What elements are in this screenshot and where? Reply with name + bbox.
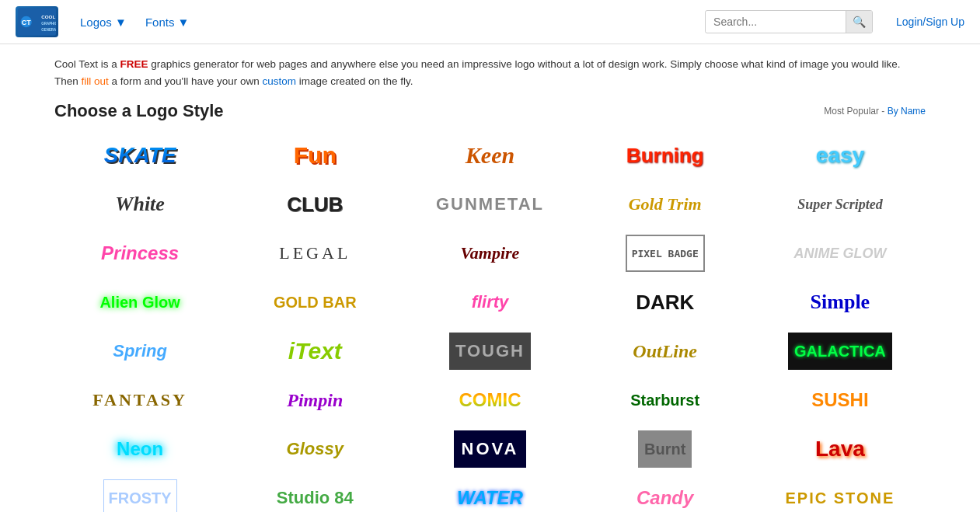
custom-text: custom xyxy=(263,75,297,87)
logo-area[interactable]: CT COOL TEXT GRAPHICS GENERATOR xyxy=(16,6,58,37)
free-text: FREE xyxy=(120,58,148,70)
svg-text:CT: CT xyxy=(22,19,31,26)
logo-style-label: Neon xyxy=(117,430,163,468)
logo-style-itext[interactable]: iText xyxy=(229,329,400,374)
logo-style-sushi[interactable]: SUSHI xyxy=(755,378,926,423)
logo-style-gunmetal[interactable]: GUNMETAL xyxy=(404,182,575,227)
sort-by-name-link[interactable]: By Name xyxy=(888,106,926,117)
logo-style-princess[interactable]: Princess xyxy=(54,231,225,276)
logo-grid: SKATEFunKeenBurningeasyWhiteCLUBGUNMETAL… xyxy=(54,133,926,512)
logo-style-label: CLUB xyxy=(287,186,343,223)
logo-style-label: Alien Glow xyxy=(99,284,180,321)
logo-style-fun[interactable]: Fun xyxy=(229,133,400,178)
logo-style-label: Vampire xyxy=(461,235,520,272)
logo-style-outline[interactable]: OutLine xyxy=(580,329,751,374)
logo-style-studio[interactable]: Studio 84 xyxy=(229,475,400,512)
logo-style-water[interactable]: WATER xyxy=(404,475,575,512)
logo-style-label: GOLD BAR xyxy=(274,284,357,321)
logo-style-simple[interactable]: Simple xyxy=(755,280,926,325)
logo-style-label: EPIC STONE xyxy=(786,479,895,512)
logo-style-label: Fun xyxy=(294,137,337,174)
logo-style-club[interactable]: CLUB xyxy=(229,182,400,227)
logo-style-label: FANTASY xyxy=(92,381,187,419)
logo-style-label: LEGAL xyxy=(279,235,350,272)
logo-style-fantasy[interactable]: FANTASY xyxy=(54,378,225,423)
logos-nav[interactable]: Logos ▼ xyxy=(74,12,133,32)
logo-style-white[interactable]: White xyxy=(54,182,225,227)
logo-style-label: DARK xyxy=(636,284,694,321)
logo-style-flirty[interactable]: flirty xyxy=(404,280,575,325)
search-area: 🔍 xyxy=(705,10,873,33)
section-header: Choose a Logo Style Most Popular - By Na… xyxy=(54,101,926,121)
logo-style-label: Glossy xyxy=(287,430,344,468)
logo-style-dark[interactable]: DARK xyxy=(580,280,751,325)
logo-style-label: Pimpin xyxy=(287,381,343,419)
logo-style-easy[interactable]: easy xyxy=(755,133,926,178)
fillout-text: fill out xyxy=(82,75,109,87)
logo-style-label: SKATE xyxy=(104,137,176,174)
logo-style-label: FROSTY xyxy=(103,479,177,512)
svg-text:COOL TEXT: COOL TEXT xyxy=(41,14,56,19)
logo-style-frosty[interactable]: FROSTY xyxy=(54,475,225,512)
logo-style-label: OutLine xyxy=(633,333,697,370)
logo-style-label: GALACTICA xyxy=(788,333,892,370)
section-title: Choose a Logo Style xyxy=(54,101,224,121)
logo-style-epic-stone[interactable]: EPIC STONE xyxy=(755,475,926,512)
logo-style-nova[interactable]: NOVA xyxy=(404,427,575,472)
logo-style-tough[interactable]: TOUGH xyxy=(404,329,575,374)
logo-style-label: TOUGH xyxy=(449,333,531,370)
logo-style-skate[interactable]: SKATE xyxy=(54,133,225,178)
logo-style-label: iText xyxy=(288,333,342,370)
logo-style-label: Burnt xyxy=(638,430,692,468)
nav-links: Logos ▼ Fonts ▼ xyxy=(74,12,689,32)
logo-style-pixel-badge[interactable]: PIXEL BADGE xyxy=(580,231,751,276)
logo-style-label: flirty xyxy=(472,284,509,321)
intro-text: Cool Text is a FREE graphics generator f… xyxy=(54,56,926,89)
logo-style-label: Lava xyxy=(815,430,865,468)
logo-style-candy[interactable]: Candy xyxy=(580,475,751,512)
logo-style-legal[interactable]: LEGAL xyxy=(229,231,400,276)
logo-style-label: COMIC xyxy=(459,381,521,419)
logo-style-pimpin[interactable]: Pimpin xyxy=(229,378,400,423)
most-popular-label: Most Popular - xyxy=(824,106,887,117)
logo-style-label: Keen xyxy=(466,137,514,174)
logo-style-label: Starburst xyxy=(630,381,699,419)
logo-style-label: Gold Trim xyxy=(629,186,702,223)
cooltext-logo[interactable]: CT COOL TEXT GRAPHICS GENERATOR xyxy=(16,6,58,37)
search-button[interactable]: 🔍 xyxy=(846,11,872,33)
main-content: Cool Text is a FREE graphics generator f… xyxy=(0,44,980,512)
fonts-nav[interactable]: Fonts ▼ xyxy=(139,12,196,32)
logo-style-vampire[interactable]: Vampire xyxy=(404,231,575,276)
logo-style-glossy[interactable]: Glossy xyxy=(229,427,400,472)
logo-style-starburst[interactable]: Starburst xyxy=(580,378,751,423)
logo-style-label: Simple xyxy=(811,284,870,321)
svg-text:GENERATOR: GENERATOR xyxy=(41,28,56,32)
logo-style-label: Super Scripted xyxy=(797,186,883,223)
logo-style-label: easy xyxy=(816,137,864,174)
logo-style-keen[interactable]: Keen xyxy=(404,133,575,178)
logo-style-label: White xyxy=(115,186,165,223)
logo-style-label: SUSHI xyxy=(811,381,868,419)
logo-style-comic[interactable]: COMIC xyxy=(404,378,575,423)
sort-links: Most Popular - By Name xyxy=(824,106,926,117)
logo-style-anime-glow[interactable]: ANIME GLOW xyxy=(755,231,926,276)
logo-style-spring[interactable]: Spring xyxy=(54,329,225,374)
search-input[interactable] xyxy=(706,12,846,32)
logo-style-label: Princess xyxy=(101,235,179,272)
login-link[interactable]: Login/Sign Up xyxy=(896,16,964,28)
logo-style-label: PIXEL BADGE xyxy=(626,235,705,272)
logo-style-lava[interactable]: Lava xyxy=(755,427,926,472)
logo-style-label: Candy xyxy=(636,479,693,512)
logo-style-label: WATER xyxy=(457,479,523,512)
logo-style-burnt[interactable]: Burnt xyxy=(580,427,751,472)
logo-style-super-scripted[interactable]: Super Scripted xyxy=(755,182,926,227)
logo-style-burning[interactable]: Burning xyxy=(580,133,751,178)
header: CT COOL TEXT GRAPHICS GENERATOR Logos ▼ … xyxy=(0,0,980,44)
logo-style-neon[interactable]: Neon xyxy=(54,427,225,472)
logo-style-gold-bar[interactable]: GOLD BAR xyxy=(229,280,400,325)
logo-style-alien-glow[interactable]: Alien Glow xyxy=(54,280,225,325)
logo-style-label: Burning xyxy=(626,137,704,174)
logo-style-galactica[interactable]: GALACTICA xyxy=(755,329,926,374)
logo-style-gold-trim[interactable]: Gold Trim xyxy=(580,182,751,227)
logo-style-label: Spring xyxy=(113,333,167,370)
